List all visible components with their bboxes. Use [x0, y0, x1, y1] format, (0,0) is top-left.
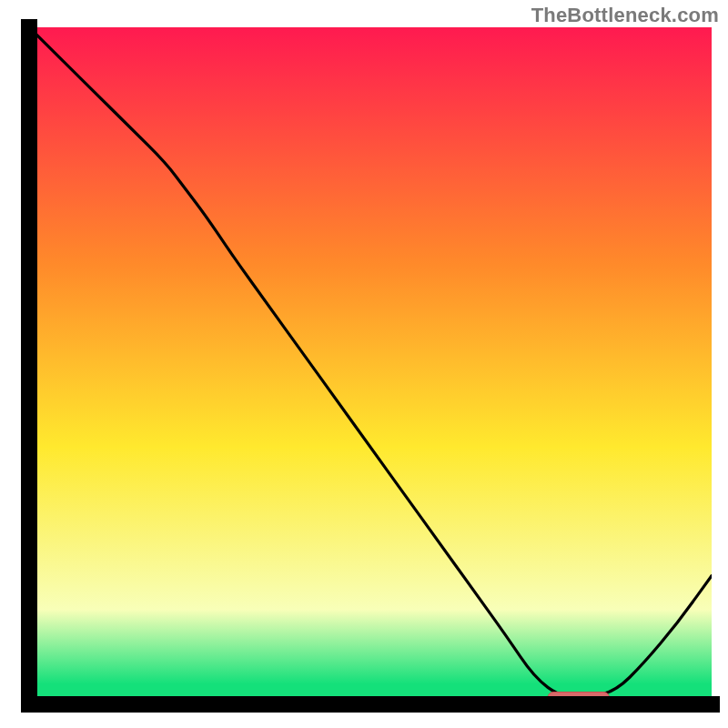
watermark-text: TheBottleneck.com	[531, 4, 719, 27]
chart-container: TheBottleneck.com	[0, 0, 728, 728]
bottleneck-chart	[0, 0, 728, 728]
